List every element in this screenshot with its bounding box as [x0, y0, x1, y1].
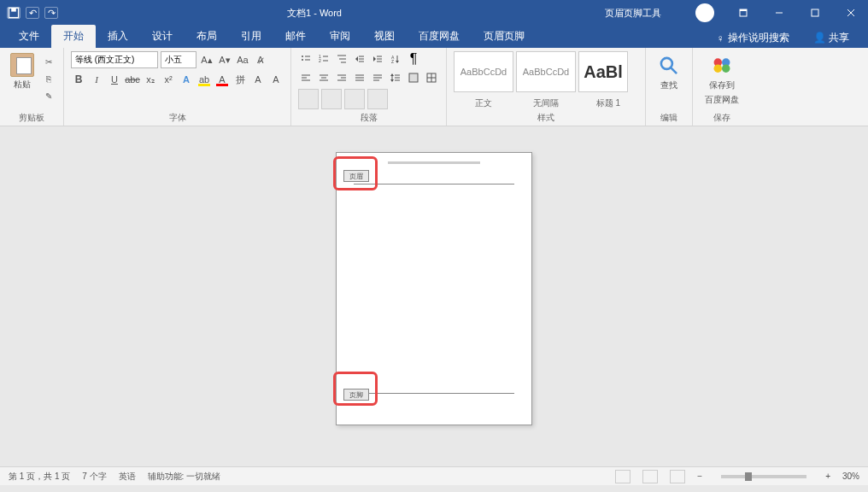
tell-me-search[interactable]: ♀ 操作说明搜索	[708, 28, 798, 48]
text-effects-button[interactable]: A	[179, 72, 194, 87]
title-bar: ↶ ↷ 文档1 - Word 页眉页脚工具	[0, 0, 868, 26]
line-spacing-button[interactable]	[388, 70, 403, 85]
align-right-button[interactable]	[334, 70, 349, 85]
format-painter-button[interactable]: ✎	[41, 89, 56, 102]
svg-point-8	[302, 56, 303, 57]
group-editing: 查找 编辑	[646, 48, 693, 126]
user-avatar[interactable]	[695, 3, 714, 22]
bold-button[interactable]: B	[71, 72, 86, 87]
cut-button[interactable]: ✂	[41, 55, 56, 68]
group-paragraph: 12 AZ ¶	[291, 48, 447, 126]
print-layout-button[interactable]	[642, 470, 658, 483]
svg-marker-30	[396, 61, 399, 63]
svg-rect-1	[11, 8, 16, 11]
share-button[interactable]: 👤 共享	[805, 28, 858, 48]
tab-review[interactable]: 审阅	[318, 25, 362, 48]
clear-formatting-button[interactable]: A̷	[253, 52, 268, 67]
grow-font-button[interactable]: A▴	[199, 52, 214, 67]
find-button[interactable]: 查找	[653, 51, 685, 110]
underline-button[interactable]: U	[107, 72, 122, 87]
tab-home[interactable]: 开始	[51, 25, 96, 48]
redo-icon[interactable]: ↷	[44, 7, 58, 19]
group-styles: AaBbCcDd AaBbCcDd AaBl 正文 无间隔 标题 1 样式	[447, 48, 646, 126]
tab-hf-design[interactable]: 页眉页脚	[472, 25, 537, 48]
font-size-select[interactable]: 小五	[161, 51, 196, 68]
font-color-button[interactable]: A	[214, 72, 230, 87]
numbering-button[interactable]: 12	[316, 51, 331, 67]
char-shading-button[interactable]: A	[268, 72, 284, 87]
tab-view[interactable]: 视图	[362, 25, 407, 48]
page-top-marker	[388, 161, 480, 164]
phonetic-guide-button[interactable]: 拼	[232, 72, 248, 87]
footer-separator	[354, 393, 514, 394]
align-center-button[interactable]	[316, 70, 331, 85]
svg-text:2: 2	[319, 58, 321, 63]
tab-baidu[interactable]: 百度网盘	[407, 25, 472, 48]
close-button[interactable]	[834, 0, 868, 26]
svg-marker-23	[373, 56, 376, 62]
minimize-button[interactable]	[762, 0, 796, 26]
shading-button[interactable]	[406, 70, 421, 85]
shade-preset-2[interactable]	[321, 89, 342, 109]
document-canvas[interactable]: 页眉 页脚	[0, 126, 868, 466]
ribbon: 粘贴 ✂ ⎘ ✎ 剪贴板 等线 (西文正文) 小五 A▴ A▾ Aa A̷	[0, 48, 868, 126]
undo-icon[interactable]: ↶	[26, 7, 39, 19]
svg-line-57	[672, 68, 677, 74]
svg-point-61	[722, 65, 730, 73]
shade-preset-3[interactable]	[344, 89, 365, 109]
shrink-font-button[interactable]: A▾	[217, 52, 232, 67]
zoom-slider[interactable]	[721, 475, 806, 478]
group-save: 保存到 百度网盘 保存	[693, 48, 751, 126]
show-marks-button[interactable]: ¶	[406, 51, 421, 67]
tab-mailings[interactable]: 邮件	[273, 25, 318, 48]
style-no-spacing[interactable]: AaBbCcDd	[516, 51, 576, 92]
tab-file[interactable]: 文件	[7, 25, 51, 48]
char-border-button[interactable]: A	[250, 72, 266, 87]
language-status[interactable]: 英语	[119, 471, 136, 483]
highlight-button[interactable]: ab	[196, 72, 212, 87]
borders-button[interactable]	[424, 70, 439, 85]
copy-button[interactable]: ⎘	[41, 72, 56, 85]
font-name-select[interactable]: 等线 (西文正文)	[71, 51, 158, 68]
web-layout-button[interactable]	[670, 470, 685, 483]
page: 页眉 页脚	[336, 152, 532, 425]
ribbon-options-button[interactable]	[726, 0, 760, 26]
shade-preset-1[interactable]	[298, 89, 319, 109]
bullets-button[interactable]	[298, 51, 314, 67]
maximize-button[interactable]	[798, 0, 832, 26]
zoom-out-button[interactable]: −	[697, 472, 702, 481]
zoom-in-button[interactable]: +	[825, 472, 830, 481]
justify-button[interactable]	[352, 70, 367, 85]
word-count-status[interactable]: 7 个字	[82, 471, 106, 483]
strikethrough-button[interactable]: abc	[125, 72, 140, 87]
increase-indent-button[interactable]	[370, 51, 385, 67]
zoom-level[interactable]: 30%	[842, 472, 859, 481]
tab-references[interactable]: 引用	[229, 25, 273, 48]
svg-rect-5	[812, 9, 818, 16]
accessibility-status[interactable]: 辅助功能: 一切就绪	[148, 471, 221, 483]
distribute-button[interactable]	[370, 70, 385, 85]
tab-design[interactable]: 设计	[140, 25, 185, 48]
tab-insert[interactable]: 插入	[96, 25, 140, 48]
superscript-button[interactable]: x²	[161, 72, 176, 87]
sort-button[interactable]: AZ	[388, 51, 403, 67]
save-to-baidu-button[interactable]: 保存到 百度网盘	[700, 51, 744, 110]
subscript-button[interactable]: x₂	[143, 72, 158, 87]
save-icon[interactable]	[7, 7, 21, 19]
italic-button[interactable]: I	[89, 72, 104, 87]
style-heading1[interactable]: AaBl	[578, 51, 628, 92]
shade-preset-4[interactable]	[367, 89, 388, 109]
align-left-button[interactable]	[298, 70, 314, 85]
change-case-button[interactable]: Aa	[235, 52, 250, 67]
decrease-indent-button[interactable]	[352, 51, 367, 67]
search-icon	[658, 55, 680, 77]
header-separator	[354, 184, 514, 184]
page-number-status[interactable]: 第 1 页，共 1 页	[9, 471, 70, 483]
multilevel-button[interactable]	[334, 51, 349, 67]
cloud-icon	[711, 55, 733, 77]
style-normal[interactable]: AaBbCcDd	[454, 51, 513, 92]
paste-button[interactable]: 粘贴	[7, 51, 38, 110]
read-mode-button[interactable]	[615, 470, 630, 483]
svg-marker-47	[390, 73, 394, 76]
tab-layout[interactable]: 布局	[185, 25, 229, 48]
